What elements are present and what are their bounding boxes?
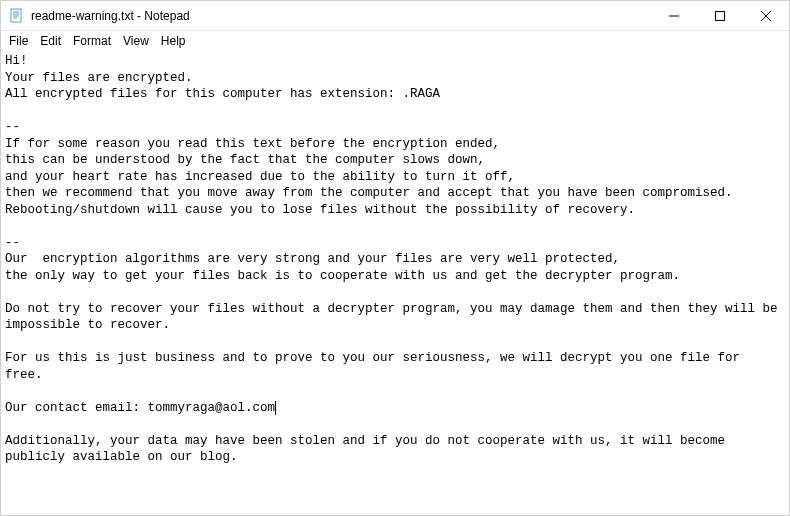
maximize-button[interactable] (697, 1, 743, 30)
menu-view[interactable]: View (117, 33, 155, 49)
notepad-icon (9, 8, 25, 24)
close-button[interactable] (743, 1, 789, 30)
menu-file[interactable]: File (3, 33, 34, 49)
document-text-after: Additionally, your data may have been st… (5, 434, 733, 465)
window-title: readme-warning.txt - Notepad (31, 9, 651, 23)
svg-rect-6 (716, 11, 725, 20)
menu-format[interactable]: Format (67, 33, 117, 49)
titlebar: readme-warning.txt - Notepad (1, 1, 789, 31)
window-controls (651, 1, 789, 30)
text-area[interactable]: Hi! Your files are encrypted. All encryp… (1, 51, 789, 515)
menu-help[interactable]: Help (155, 33, 192, 49)
document-text: Hi! Your files are encrypted. All encryp… (5, 54, 785, 415)
minimize-button[interactable] (651, 1, 697, 30)
text-caret (275, 401, 276, 415)
menu-edit[interactable]: Edit (34, 33, 67, 49)
menubar: File Edit Format View Help (1, 31, 789, 51)
